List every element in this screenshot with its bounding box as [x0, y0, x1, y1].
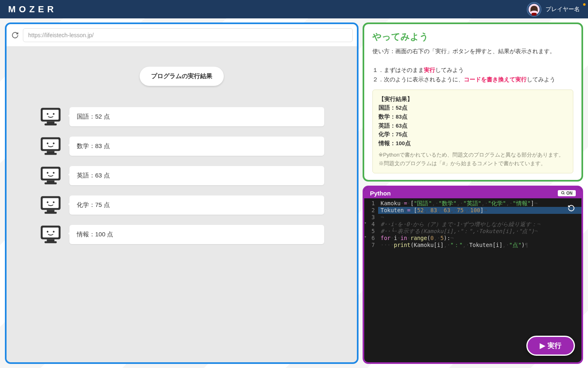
editor-language: Python [370, 190, 391, 197]
status-dot [583, 3, 586, 6]
result-text: 国語：52 点 [69, 107, 324, 126]
zoom-badge[interactable]: ON [558, 190, 576, 196]
svg-point-32 [53, 231, 54, 233]
svg-rect-22 [42, 198, 58, 208]
result-row: 国語：52 点 [39, 106, 324, 127]
monitor-icon [39, 106, 62, 127]
svg-point-26 [53, 202, 54, 203]
svg-point-33 [561, 192, 564, 194]
result-row: 化学：75 点 [39, 195, 324, 215]
result-text: 化学：75 点 [69, 195, 324, 215]
reset-icon[interactable] [568, 204, 575, 213]
step-1: １．まずはそのまま実行してみよう [372, 66, 573, 75]
player-name: プレイヤー名 [546, 6, 580, 13]
svg-rect-11 [47, 151, 55, 153]
instruction-panel: やってみよう 使い方：画面の右下の「実行」ボタンを押すと、結果が表示されます。 … [363, 22, 583, 182]
play-icon: ▶ [540, 341, 545, 350]
svg-point-20 [53, 172, 54, 174]
result-text: 情報：100 点 [69, 225, 324, 244]
svg-point-25 [47, 202, 48, 203]
monitor-icon [39, 195, 62, 215]
reload-icon[interactable] [11, 31, 20, 40]
svg-point-8 [53, 113, 54, 115]
result-row: 情報：100 点 [39, 224, 324, 245]
svg-rect-17 [47, 180, 55, 182]
svg-point-14 [53, 143, 54, 144]
svg-rect-24 [45, 212, 57, 214]
svg-point-31 [47, 231, 48, 233]
monitor-icon [39, 165, 62, 186]
result-row: 英語：63 点 [39, 165, 324, 186]
topbar: MOZER プレイヤー名 [0, 0, 588, 18]
logo: MOZER [8, 4, 57, 15]
result-text: 数学：83 点 [69, 137, 324, 156]
monitor-icon [39, 136, 62, 156]
step-2: ２．次のように表示されるように、コードを書き換えて実行してみよう [372, 75, 573, 85]
svg-rect-6 [45, 123, 57, 126]
preview-panel: プログラムの実行結果 国語：52 点数学：83 点英語：63 点化学：75 点情… [5, 22, 359, 364]
preview-body: プログラムの実行結果 国語：52 点数学：83 点英語：63 点化学：75 点情… [7, 46, 357, 362]
url-bar [7, 24, 357, 46]
svg-rect-16 [42, 168, 58, 178]
monitor-icon [39, 224, 62, 245]
usage-text: 使い方：画面の右下の「実行」ボタンを押すと、結果が表示されます。 [372, 47, 573, 56]
svg-point-7 [47, 113, 48, 115]
result-row: 数学：83 点 [39, 136, 324, 156]
svg-rect-28 [42, 227, 58, 237]
svg-rect-29 [47, 239, 55, 241]
svg-point-13 [47, 143, 48, 144]
instruction-title: やってみよう [372, 31, 573, 43]
svg-rect-18 [45, 182, 57, 184]
url-input[interactable] [23, 28, 353, 42]
svg-point-2 [535, 9, 536, 10]
user-area[interactable]: プレイヤー名 [527, 2, 580, 17]
avatar [527, 2, 541, 17]
editor-panel: Python ON 1 2 3 4 5 6 7 Kamo [363, 186, 583, 364]
svg-point-1 [532, 9, 533, 10]
svg-rect-23 [47, 210, 55, 212]
svg-rect-5 [47, 121, 55, 123]
svg-rect-12 [45, 153, 57, 155]
svg-rect-10 [42, 139, 58, 149]
run-button[interactable]: ▶ 実行 [526, 336, 575, 356]
example-box: 【実行結果】 国語：52点数学：83点英語：63点化学：75点情報：100点 ※… [372, 90, 573, 173]
svg-rect-30 [45, 241, 57, 243]
result-text: 英語：63 点 [69, 166, 324, 185]
result-title: プログラムの実行結果 [140, 67, 224, 86]
svg-rect-4 [42, 110, 58, 119]
svg-point-19 [47, 172, 48, 174]
